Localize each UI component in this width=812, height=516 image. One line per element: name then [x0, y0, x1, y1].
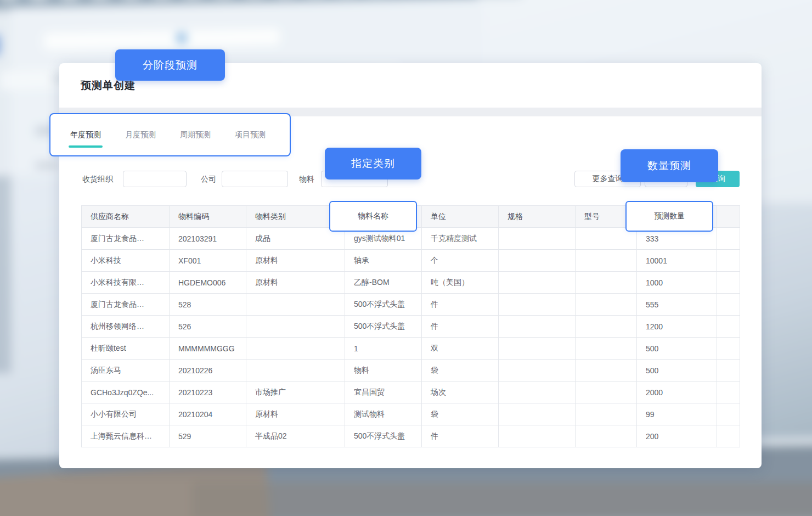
column-header: 单位	[422, 206, 499, 228]
tab-1[interactable]: 年度预测	[70, 130, 101, 140]
material-label: 物料	[299, 171, 314, 187]
tab-3[interactable]: 周期预测	[180, 130, 211, 140]
column-header: 规格	[499, 206, 576, 228]
table-cell: 500不浮式头盖	[345, 294, 422, 316]
table-cell	[499, 316, 576, 338]
table-cell	[717, 425, 740, 447]
table-cell: 500	[637, 360, 717, 382]
table-cell: 杭州移领网络…	[82, 316, 170, 338]
table-cell	[499, 250, 576, 272]
table-cell	[717, 272, 740, 294]
table-cell	[499, 338, 576, 360]
tab-4[interactable]: 项目预测	[235, 130, 266, 140]
tabs: 年度预测月度预测周期预测项目预测	[50, 114, 290, 155]
table-cell: 200	[637, 425, 717, 447]
table-row: 上海甄云信息科…529半成品02500不浮式头盖件200	[82, 425, 740, 447]
table-cell: 物料	[345, 360, 422, 382]
table-row: 杭州移领网络…526500不浮式头盖件1200	[82, 316, 740, 338]
table-cell	[717, 403, 740, 425]
table-cell: 小米科技	[82, 250, 170, 272]
table-cell: HGDEMO006	[170, 272, 246, 294]
table-cell: 20210223	[170, 382, 246, 403]
table-cell: 件	[422, 294, 499, 316]
table-cell: 202103291	[170, 228, 246, 250]
table-cell: 双	[422, 338, 499, 360]
table-cell: 轴承	[345, 250, 422, 272]
table-cell: 场次	[422, 382, 499, 403]
table-cell	[499, 403, 576, 425]
table-cell: 500不浮式头盖	[345, 316, 422, 338]
table-cell: 市场推广	[246, 382, 345, 403]
table-cell: 500不浮式头盖	[345, 425, 422, 447]
table-cell: 20210226	[170, 360, 246, 382]
table-cell: 杜昕颐test	[82, 338, 170, 360]
tab-2[interactable]: 月度预测	[125, 130, 156, 140]
table-cell	[576, 316, 637, 338]
table-cell: 原材料	[246, 272, 345, 294]
company-input[interactable]	[222, 171, 288, 187]
table-cell: 件	[422, 316, 499, 338]
table-body: 厦门古龙食品…202103291成品gys测试物料01千克精度测试333小米科技…	[82, 228, 740, 447]
tabs-highlight-box: 年度预测月度预测周期预测项目预测	[49, 113, 291, 156]
table-cell	[499, 294, 576, 316]
table-cell	[717, 382, 740, 403]
table-cell	[717, 250, 740, 272]
table-cell	[499, 382, 576, 403]
table-row: GCHo3Jzq0ZQe...20210223市场推广宜昌国贸场次2000	[82, 382, 740, 403]
table-cell: 吨（美国）	[422, 272, 499, 294]
table-cell: 袋	[422, 403, 499, 425]
staged-forecast-badge: 分阶段预测	[115, 49, 225, 81]
table-cell	[246, 338, 345, 360]
table-cell: 小小有限公司	[82, 403, 170, 425]
table-row: 汤臣东马20210226物料袋500	[82, 360, 740, 382]
table-cell: 原材料	[246, 250, 345, 272]
table-cell	[499, 425, 576, 447]
table-cell: MMMMMMGGG	[170, 338, 246, 360]
table-row: 杜昕颐testMMMMMMGGG1双500	[82, 338, 740, 360]
table-cell	[499, 360, 576, 382]
table-cell: 20210204	[170, 403, 246, 425]
table-cell: 99	[637, 403, 717, 425]
table-cell	[576, 403, 637, 425]
table-cell: 555	[637, 294, 717, 316]
quantity-forecast-badge: 数量预测	[621, 149, 718, 182]
table-cell	[576, 272, 637, 294]
table-cell	[717, 338, 740, 360]
material-name-header-highlight: 物料名称	[329, 201, 417, 232]
table-cell: GCHo3Jzq0ZQe...	[82, 382, 170, 403]
table-cell	[246, 294, 345, 316]
table-cell	[246, 316, 345, 338]
table-cell: 500	[637, 338, 717, 360]
receiving-org-input[interactable]	[123, 171, 187, 187]
table-cell: 件	[422, 425, 499, 447]
table-cell: XF001	[170, 250, 246, 272]
table-cell: 原材料	[246, 403, 345, 425]
table-cell	[499, 228, 576, 250]
column-header: 供应商名称	[82, 206, 170, 228]
table-row: 小小有限公司20210204原材料测试物料袋99	[82, 403, 740, 425]
table-cell	[576, 338, 637, 360]
table-cell	[717, 360, 740, 382]
table-cell	[576, 360, 637, 382]
company-label: 公司	[201, 171, 216, 187]
table-cell: 小米科技有限…	[82, 272, 170, 294]
table-cell: 千克精度测试	[422, 228, 499, 250]
table-cell: 汤臣东马	[82, 360, 170, 382]
table-cell: 乙醇-BOM	[345, 272, 422, 294]
table-cell: 529	[170, 425, 246, 447]
table-cell	[717, 316, 740, 338]
receiving-org-label: 收货组织	[82, 171, 113, 187]
table-cell	[499, 272, 576, 294]
table-cell: 测试物料	[345, 403, 422, 425]
column-header	[717, 206, 740, 228]
table-cell	[246, 360, 345, 382]
table-cell	[576, 250, 637, 272]
table-cell	[717, 294, 740, 316]
table-cell: 宜昌国贸	[345, 382, 422, 403]
table-cell	[576, 294, 637, 316]
table-cell	[717, 228, 740, 250]
specify-category-badge: 指定类别	[325, 148, 421, 180]
table-cell: 厦门古龙食品…	[82, 294, 170, 316]
table-row: 厦门古龙食品…528500不浮式头盖件555	[82, 294, 740, 316]
table-cell: 上海甄云信息科…	[82, 425, 170, 447]
